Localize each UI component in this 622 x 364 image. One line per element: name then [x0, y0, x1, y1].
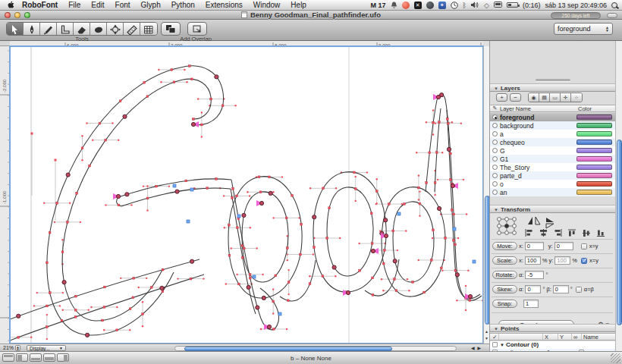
app-blue-icon[interactable]: ✦	[438, 2, 446, 9]
zoom-button[interactable]	[24, 12, 30, 18]
align-top-icon[interactable]	[568, 230, 576, 237]
remove-layer-button[interactable]: −	[510, 93, 521, 102]
volume-icon[interactable]	[471, 1, 479, 9]
close-button[interactable]	[5, 12, 11, 18]
layer-row-The_Story[interactable]: The_Story	[490, 163, 616, 171]
app-globe-icon[interactable]	[426, 2, 434, 9]
layer-color-swatch[interactable]	[576, 131, 612, 136]
align-center-h-icon[interactable]	[540, 229, 547, 237]
panel-drag-handle[interactable]	[536, 79, 570, 81]
layer-visibility-icon[interactable]: ◉	[529, 93, 539, 102]
layer-color-swatch[interactable]	[576, 173, 612, 178]
panel-scrollbar[interactable]	[615, 41, 622, 351]
rotate-angle-field[interactable]: -5	[525, 271, 544, 279]
spotlight-icon[interactable]	[611, 1, 617, 9]
minimize-button[interactable]	[14, 12, 20, 18]
zoom-stepper[interactable]: ▲▼	[15, 345, 20, 351]
eraser-tool-button[interactable]	[74, 23, 90, 36]
notification-bell-icon[interactable]	[391, 1, 397, 9]
airport-icon[interactable]: ◇	[484, 1, 489, 9]
titlebar[interactable]: Benny Goodman_Final_pathfinder.ufo 250 d…	[0, 11, 622, 20]
canvas-horizontal-scrollbar[interactable]	[174, 346, 457, 351]
resize-grip[interactable]	[611, 353, 620, 363]
transform-panel-header[interactable]: ▼Transform	[490, 205, 616, 213]
layer-row-background[interactable]: background	[490, 121, 616, 130]
transform-tool-button[interactable]	[107, 23, 124, 36]
menu-edit[interactable]: Edit	[86, 1, 109, 9]
move-y-field[interactable]: 0	[554, 242, 573, 250]
layer-fill-icon[interactable]: ▤	[539, 93, 550, 102]
layer-color-swatch[interactable]	[576, 190, 612, 195]
layer-radio[interactable]	[492, 190, 498, 195]
transform-icons[interactable]	[493, 215, 613, 238]
grid-tool-button[interactable]	[140, 23, 157, 36]
layer-color-swatch[interactable]	[576, 156, 612, 162]
contour-row[interactable]: ▼ Contour (0)	[490, 341, 616, 349]
layer-row-o[interactable]: o	[490, 180, 616, 188]
layer-row-G1[interactable]: G1	[490, 155, 616, 163]
pathfinder-button[interactable]	[161, 22, 181, 36]
scale-xy-link-checkbox[interactable]	[581, 258, 587, 264]
layer-radio[interactable]	[492, 115, 498, 120]
layer-edit-icon[interactable]: ✛	[561, 93, 571, 102]
horizontal-scroll-arrows[interactable]: ◀ ▶	[471, 345, 482, 350]
knife-tool-button[interactable]	[40, 23, 57, 36]
bluetooth-icon[interactable]: ᛒ	[463, 1, 466, 9]
layer-radio[interactable]	[492, 148, 498, 153]
align-middle-icon[interactable]	[583, 230, 590, 237]
snap-button[interactable]: Snap:	[492, 300, 517, 308]
snap-field[interactable]: 1	[523, 300, 539, 308]
scale-button[interactable]: Scale:	[492, 256, 517, 265]
layer-radio[interactable]	[492, 173, 498, 178]
layer-row-a[interactable]: a	[490, 130, 616, 138]
move-xy-link-checkbox[interactable]	[581, 243, 587, 249]
layer-row-an[interactable]: an	[490, 188, 616, 196]
menu-window[interactable]: Window	[248, 1, 286, 9]
layer-row-G[interactable]: G	[490, 146, 616, 155]
measure-tool-button[interactable]	[124, 23, 140, 36]
app-black-icon[interactable]: ✕	[414, 2, 422, 9]
align-bottom-icon[interactable]	[597, 231, 605, 237]
edit-tool-button[interactable]	[7, 23, 24, 36]
align-right-icon[interactable]	[555, 229, 562, 237]
layer-popup[interactable]: foreground ▲▼	[554, 23, 613, 35]
display-icon[interactable]	[494, 1, 502, 9]
display-popup[interactable]: Display...▼	[27, 345, 66, 351]
battery-icon[interactable]	[507, 2, 518, 8]
layer-radio[interactable]	[492, 140, 498, 145]
layer-radio[interactable]	[492, 156, 498, 162]
add-overlap-button[interactable]	[187, 22, 207, 36]
clock-app-icon[interactable]	[451, 1, 458, 9]
layer-color-swatch[interactable]	[576, 123, 612, 128]
layer-color-swatch[interactable]	[576, 115, 612, 120]
menubar-clock[interactable]: sáb 13 sep 20:49:06	[545, 2, 607, 9]
skew-a-field[interactable]: 0	[525, 285, 541, 293]
layer-row-foreground[interactable]: foreground	[490, 113, 616, 121]
menu-extensions[interactable]: Extensions	[200, 1, 248, 9]
layer-color-swatch[interactable]	[576, 140, 612, 145]
layer-radio[interactable]	[492, 123, 498, 128]
menu-robofont[interactable]: RoboFont	[17, 1, 63, 9]
vertical-scroll-arrows[interactable]: ▲▼	[483, 328, 489, 344]
shape-tool-button[interactable]	[90, 23, 107, 36]
layer-radio[interactable]	[492, 131, 498, 136]
layer-radio[interactable]	[492, 165, 498, 170]
skew-button[interactable]: Skew:	[492, 285, 517, 293]
points-panel-header[interactable]: ▼Points	[490, 324, 616, 332]
input-menu[interactable]: M 17	[371, 1, 386, 9]
apple-menu[interactable]	[5, 0, 17, 10]
layer-color-swatch[interactable]	[576, 181, 612, 187]
layer-stroke-icon[interactable]: ▭	[550, 93, 561, 102]
contour-checkbox[interactable]	[492, 342, 498, 347]
layer-color-swatch[interactable]	[576, 148, 612, 153]
skew-link-checkbox[interactable]	[576, 287, 582, 293]
menu-font[interactable]: Font	[110, 1, 136, 9]
add-layer-button[interactable]: +	[496, 93, 507, 102]
scale-y-field[interactable]: 100	[554, 256, 570, 265]
glyph-canvas[interactable]	[10, 46, 483, 344]
move-button[interactable]: Move:	[492, 242, 517, 250]
layer-color-swatch[interactable]	[576, 165, 612, 170]
menu-glyph[interactable]: Glyph	[136, 1, 166, 9]
skew-b-field[interactable]: 0	[553, 285, 569, 293]
zoom-value[interactable]: 21%	[3, 345, 14, 350]
